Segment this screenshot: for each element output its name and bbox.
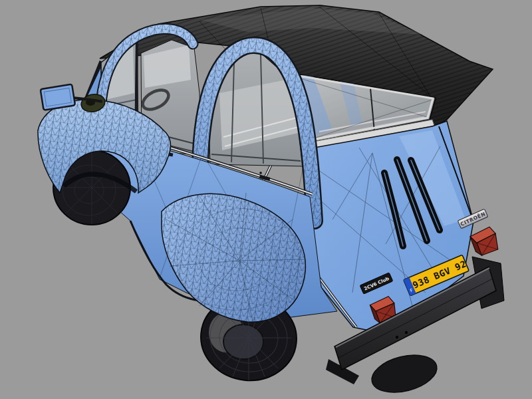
- car-wireframe-render: 3D wireframe-shaded render of a Citroën …: [0, 0, 532, 399]
- wheel-hub: [223, 325, 263, 359]
- render-viewport: 3D wireframe-shaded render of a Citroën …: [0, 0, 532, 399]
